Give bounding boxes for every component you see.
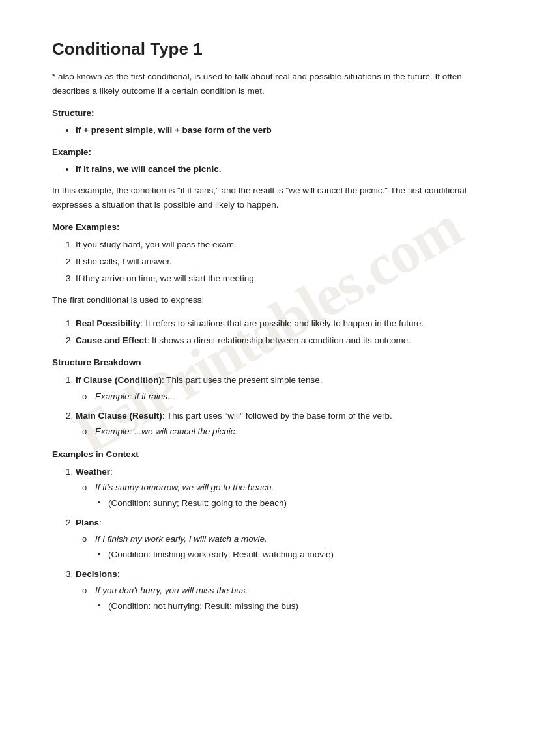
nested-list: If you don't hurry, you will miss the bu…: [76, 583, 483, 615]
nested-list: Example: If it rains...: [76, 389, 483, 404]
square-list: (Condition: sunny; Result: going to the …: [95, 496, 483, 511]
intro-text: * also known as the first conditional, i…: [52, 70, 483, 98]
list-item: Plans: If I finish my work early, I will…: [76, 515, 483, 563]
list-item: Cause and Effect: It shows a direct rela…: [76, 333, 483, 348]
list-item: Main Clause (Result): This part uses "wi…: [76, 408, 483, 440]
structure-list: If + present simple, will + base form of…: [52, 123, 483, 138]
list-item: (Condition: not hurrying; Result: missin…: [108, 598, 483, 614]
explanation-text: In this example, the condition is "if it…: [52, 184, 483, 213]
nested-item: If you don't hurry, you will miss the bu…: [95, 583, 483, 615]
nested-item: Example: If it rains...: [95, 389, 483, 404]
list-item: If they arrive on time, we will start th…: [76, 271, 483, 287]
list-item: If you study hard, you will pass the exa…: [76, 237, 483, 253]
page-title: Conditional Type 1: [52, 39, 483, 59]
example-label: Example:: [52, 147, 483, 157]
structure-item: If + present simple, will + base form of…: [76, 123, 483, 138]
structure-label: Structure:: [52, 108, 483, 118]
example-item: If it rains, we will cancel the picnic.: [76, 162, 483, 177]
breakdown-list: If Clause (Condition): This part uses th…: [52, 372, 483, 440]
context-list: Weather: If it's sunny tomorrow, we will…: [52, 464, 483, 615]
express-intro: The first conditional is used to express…: [52, 293, 483, 307]
list-item: If Clause (Condition): This part uses th…: [76, 372, 483, 404]
square-list: (Condition: not hurrying; Result: missin…: [95, 598, 483, 614]
list-item: (Condition: finishing work early; Result…: [108, 547, 483, 563]
nested-item: If I finish my work early, I will watch …: [95, 531, 483, 563]
nested-list: If I finish my work early, I will watch …: [76, 531, 483, 563]
list-item: Weather: If it's sunny tomorrow, we will…: [76, 464, 483, 512]
nested-list: If it's sunny tomorrow, we will go to th…: [76, 480, 483, 512]
content: Conditional Type 1 * also known as the f…: [52, 39, 483, 614]
express-list: Real Possibility: It refers to situation…: [52, 316, 483, 349]
structure-breakdown-label: Structure Breakdown: [52, 357, 483, 367]
context-label: Examples in Context: [52, 449, 483, 459]
list-item: Decisions: If you don't hurry, you will …: [76, 567, 483, 614]
list-item: (Condition: sunny; Result: going to the …: [108, 496, 483, 511]
page: EslPrintables.com Conditional Type 1 * a…: [0, 0, 535, 660]
nested-item: Example: ...we will cancel the picnic.: [95, 424, 483, 440]
more-examples-label: More Examples:: [52, 222, 483, 232]
example-list: If it rains, we will cancel the picnic.: [52, 162, 483, 177]
nested-item: If it's sunny tomorrow, we will go to th…: [95, 480, 483, 512]
list-item: Real Possibility: It refers to situation…: [76, 316, 483, 331]
more-examples-list: If you study hard, you will pass the exa…: [52, 237, 483, 287]
square-list: (Condition: finishing work early; Result…: [95, 547, 483, 563]
list-item: If she calls, I will answer.: [76, 254, 483, 270]
nested-list: Example: ...we will cancel the picnic.: [76, 424, 483, 440]
